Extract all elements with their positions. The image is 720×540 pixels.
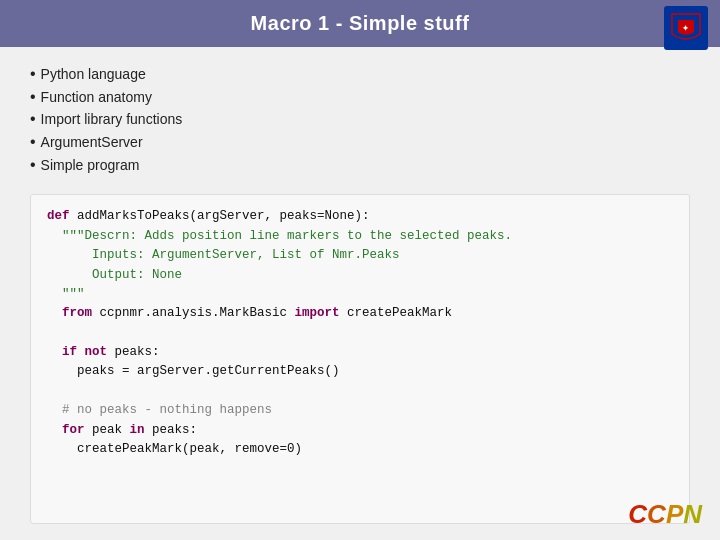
- slide-header: Macro 1 - Simple stuff ⚜ ✦: [0, 0, 720, 47]
- bullet-dot-3: •: [30, 108, 36, 130]
- bullet-text-1: Python language: [41, 64, 146, 86]
- ccpn-letter-p: P: [666, 499, 683, 529]
- cambridge-logo: ⚜ ✦: [664, 6, 708, 50]
- ccpn-letter-c1: C: [628, 499, 647, 529]
- bullet-list: • Python language • Function anatomy • I…: [30, 63, 690, 176]
- ccpn-logo: CCPN: [628, 499, 702, 530]
- bullet-item-4: • ArgumentServer: [30, 131, 690, 154]
- bullet-dot-2: •: [30, 86, 36, 108]
- bullet-text-3: Import library functions: [41, 109, 183, 131]
- slide-title: Macro 1 - Simple stuff: [251, 12, 470, 34]
- bullet-item-5: • Simple program: [30, 154, 690, 177]
- ccpn-letter-c2: C: [647, 499, 666, 529]
- code-block: def addMarksToPeaks(argServer, peaks=Non…: [30, 194, 690, 524]
- bullet-text-4: ArgumentServer: [41, 132, 143, 154]
- bullet-item-2: • Function anatomy: [30, 86, 690, 109]
- bullet-dot-5: •: [30, 154, 36, 176]
- ccpn-letter-n: N: [683, 499, 702, 529]
- bullet-dot-4: •: [30, 131, 36, 153]
- bullet-dot-1: •: [30, 63, 36, 85]
- slide: Macro 1 - Simple stuff ⚜ ✦ • Python lang…: [0, 0, 720, 540]
- bullet-item-3: • Import library functions: [30, 108, 690, 131]
- svg-text:✦: ✦: [682, 24, 690, 33]
- bullet-item-1: • Python language: [30, 63, 690, 86]
- bullet-text-2: Function anatomy: [41, 87, 152, 109]
- bullet-text-5: Simple program: [41, 155, 140, 177]
- slide-content: • Python language • Function anatomy • I…: [0, 47, 720, 540]
